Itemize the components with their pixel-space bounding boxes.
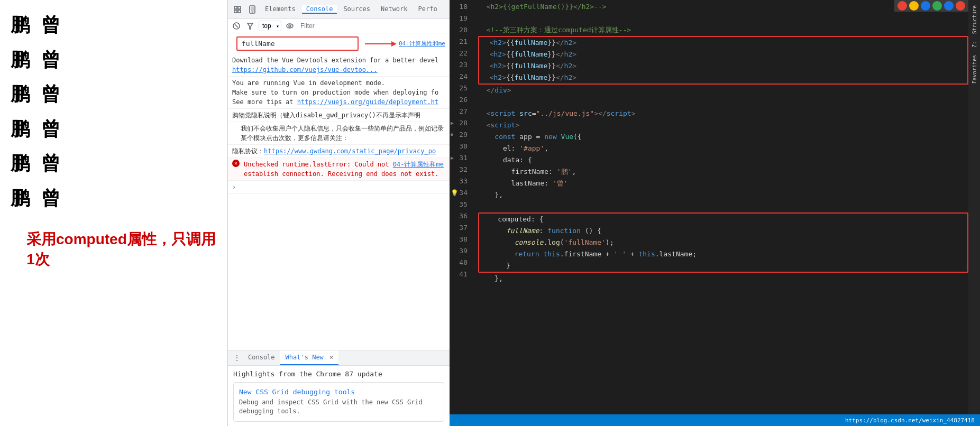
linenum-30: 30 [450,141,472,152]
sidebar-z[interactable]: Z: [970,38,978,51]
chrome-icon-3 [921,1,930,11]
code-line-27: <script src="../js/vue.js"></script> [476,108,968,119]
linenum-39: 39 [450,245,472,257]
tab-performance[interactable]: Perfo [414,5,442,14]
code-line-39: return this.firstName + ' ' + this.lastN… [479,248,967,260]
eye-icon[interactable] [285,21,295,31]
svg-rect-5 [251,7,254,12]
chrome-icon-6 [956,1,965,11]
whats-new-card-desc: Debug and inspect CSS Grid with the new … [239,398,438,416]
linenum-37: 37 [450,222,472,234]
linenum-40: 40 [450,257,472,268]
console-filter-icon[interactable] [245,21,255,31]
arrow-indicator [365,41,397,47]
arrow-line [365,43,391,44]
linenum-35: 35 [450,199,472,210]
arrow-head [391,41,397,47]
tab-elements[interactable]: Elements [261,5,300,14]
fullname-box: fullName [236,36,359,51]
close-whats-new-icon[interactable]: × [329,354,333,361]
right-sidebar: Structure Z: Favorites [968,0,980,414]
filter-input[interactable] [298,21,446,31]
error-source-link[interactable]: 04-计算属性和me [393,161,444,168]
name-2: 鹏 曾 [11,44,217,75]
devtools-bottom: ⋮ Console What's New × Highlights from t… [228,350,450,426]
context-selector-wrap: top [259,21,281,31]
linenum-29: ●29 [450,129,472,141]
code-line-28: <script> [476,119,968,131]
code-line-38: console.log('fullName'); [479,237,967,248]
svg-rect-3 [238,10,241,13]
whats-new-content: Highlights from the Chrome 87 update New… [228,366,450,426]
linenum-22: 22 [450,48,472,59]
deployment-link[interactable]: https://vuejs.org/guide/deployment.ht [297,98,438,106]
linenum-18: 18 [450,1,472,13]
svg-rect-2 [234,10,237,13]
linenum-19: 19 [450,13,472,24]
sidebar-favorites[interactable]: Favorites [970,52,978,87]
code-line-34: }, [476,189,968,201]
devtools-panel: Elements Console Sources Network Perfo [227,0,450,426]
linenum-38: 38 [450,234,472,245]
webpage-content: 鹏 曾 鹏 曾 鹏 曾 鹏 曾 鹏 曾 鹏 曾 采用computed属性，只调用… [0,0,227,426]
chrome-icon-1 [897,1,907,11]
sidebar-structure[interactable]: Structure [970,2,978,37]
console-expand-row[interactable]: › [228,181,450,194]
linenum-34: 💡34 [450,187,472,199]
fullname-value: fullName [242,40,275,48]
code-line-40: } [479,260,967,272]
name-3: 鹏 曾 [11,79,217,109]
fullname-container: fullName 04-计算属性和me [232,34,445,53]
console-msg-2: You are running Vue in development mode.… [228,77,450,109]
code-line-25: </div> [476,85,968,96]
code-line-31: data: { [476,154,968,166]
red-box-computed: computed: { fullName: function () { cons… [478,212,968,273]
whats-new-highlight: Highlights from the Chrome 87 update [233,370,444,378]
svg-rect-0 [234,6,237,9]
context-selector[interactable]: top [259,21,281,31]
device-icon[interactable] [246,3,259,16]
source-link-fullname[interactable]: 04-计算属性和me [399,40,445,48]
code-line-23: <h2>{{fullName}}</h2> [479,60,967,72]
whats-new-card-title[interactable]: New CSS Grid debugging tools [239,388,438,396]
console-clear-icon[interactable] [231,21,242,31]
chrome-icon-2 [909,1,919,11]
code-line-41: }, [476,273,968,284]
name-4: 鹏 曾 [11,114,217,144]
linenum-31: ▶31 [450,152,472,164]
console-msg-1: Download the Vue Devtools extension for … [228,54,450,77]
console-msg-error: ✕ Unchecked runtime.lastError: Could not… [228,158,450,181]
devtools-bottom-tabs: ⋮ Console What's New × [228,350,450,366]
code-line-26 [476,96,968,108]
devtools-link[interactable]: https://github.com/vuejs/vue-devtoo... [232,66,378,73]
linenum-27: 27 [450,106,472,117]
error-icon: ✕ [232,160,240,167]
tab-network[interactable]: Network [377,5,412,14]
code-line-21: <h2>{{fullName}}</h2> [479,37,967,49]
privacy-link[interactable]: https://www.gwdang.com/static_page/priva… [264,147,436,155]
svg-marker-9 [248,23,253,29]
tab-console[interactable]: Console [302,5,337,14]
tab-whats-new[interactable]: What's New × [280,350,339,365]
three-dots-icon[interactable]: ⋮ [231,351,243,364]
chrome-icons-bar [894,0,968,12]
tab-console-bottom[interactable]: Console [243,350,280,365]
inspect-icon[interactable] [231,3,244,16]
linenum-23: 23 [450,59,472,71]
tab-sources[interactable]: Sources [339,5,374,14]
linenum-26: 26 [450,94,472,106]
console-toolbar: top [228,19,450,33]
code-line-20: <!--第三种方案：通过computed计算属性--> [476,24,968,36]
name-5: 鹏 曾 [11,148,217,179]
red-box-html: <h2>{{fullName}}</h2> <h2>{{fullName}}</… [478,36,968,85]
annotation-text: 采用computed属性，只调用1次 [26,229,217,270]
linenum-24: 24 [450,71,472,82]
name-6: 鹏 曾 [11,183,217,214]
code-line-29: const app = new Vue({ [476,131,968,143]
console-messages: Download the Vue Devtools extension for … [228,54,450,350]
whats-new-card: New CSS Grid debugging tools Debug and i… [233,382,444,422]
code-line-32: firstName: '鹏', [476,166,968,178]
webpage-panel: 鹏 曾 鹏 曾 鹏 曾 鹏 曾 鹏 曾 鹏 曾 采用computed属性，只调用… [0,0,227,426]
chrome-icon-4 [932,1,942,11]
code-line-22: <h2>{{fullName}}</h2> [479,49,967,60]
